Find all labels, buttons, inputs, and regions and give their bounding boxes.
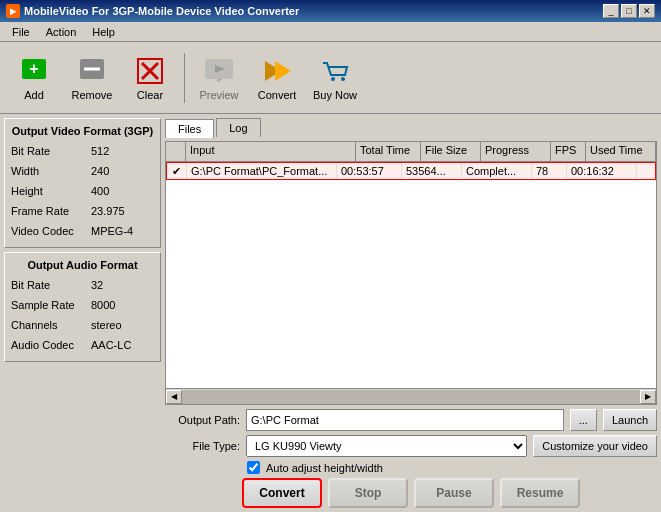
minimize-button[interactable]: _ xyxy=(603,4,619,18)
window-title: MobileVideo For 3GP-Mobile Device Video … xyxy=(24,5,299,17)
audio-bitrate-value: 32 xyxy=(91,279,154,291)
toolbar: + Add Remove Clear xyxy=(0,42,661,114)
video-codec-label: Video Codec xyxy=(11,225,91,237)
row-totaltime: 00:53:57 xyxy=(337,164,402,178)
convert-icon xyxy=(261,55,293,87)
maximize-button[interactable]: □ xyxy=(621,4,637,18)
add-icon: + xyxy=(18,55,50,87)
video-width-value: 240 xyxy=(91,165,154,177)
audio-channels-label: Channels xyxy=(11,319,91,331)
menu-help[interactable]: Help xyxy=(84,24,123,40)
output-path-label: Output Path: xyxy=(165,414,240,426)
action-buttons: Convert Stop Pause Resume xyxy=(165,478,657,508)
file-type-row: File Type: LG KU990 Viewty Customize you… xyxy=(165,435,657,457)
audio-format-panel: Output Audio Format Bit Rate 32 Sample R… xyxy=(4,252,161,362)
file-type-label: File Type: xyxy=(165,440,240,452)
audio-channels-row: Channels stereo xyxy=(9,315,156,335)
convert-button[interactable]: Convert xyxy=(242,478,322,508)
pause-button[interactable]: Pause xyxy=(414,478,494,508)
th-progress: Progress xyxy=(481,142,551,161)
th-filesize: File Size xyxy=(421,142,481,161)
remove-label: Remove xyxy=(72,89,113,101)
video-framerate-row: Frame Rate 23.975 xyxy=(9,201,156,221)
menu-action[interactable]: Action xyxy=(38,24,85,40)
resume-button[interactable]: Resume xyxy=(500,478,580,508)
horizontal-scrollbar[interactable]: ◀ ▶ xyxy=(166,388,656,404)
svg-marker-11 xyxy=(275,61,291,81)
audio-bitrate-label: Bit Rate xyxy=(11,279,91,291)
output-path-input[interactable] xyxy=(246,409,564,431)
convert-toolbar-label: Convert xyxy=(258,89,297,101)
menu-file[interactable]: File xyxy=(4,24,38,40)
svg-point-12 xyxy=(331,77,335,81)
audio-codec-value: AAC-LC xyxy=(91,339,154,351)
browse-button[interactable]: ... xyxy=(570,409,597,431)
table-body: ✔ G:\PC Format\PC_Format... 00:53:57 535… xyxy=(166,162,656,388)
row-fps: 78 xyxy=(532,164,567,178)
tabs-bar: Files Log xyxy=(165,118,657,137)
preview-button[interactable]: Preview xyxy=(191,48,247,108)
row-progress: Complet... xyxy=(462,164,532,178)
audio-bitrate-row: Bit Rate 32 xyxy=(9,275,156,295)
remove-button[interactable]: Remove xyxy=(64,48,120,108)
svg-line-9 xyxy=(217,79,221,81)
left-panel: Output Video Format (3GP) Bit Rate 512 W… xyxy=(4,118,161,508)
audio-samplerate-label: Sample Rate xyxy=(11,299,91,311)
video-height-value: 400 xyxy=(91,185,154,197)
bottom-controls: Output Path: ... Launch File Type: LG KU… xyxy=(165,409,657,508)
preview-icon xyxy=(203,55,235,87)
tab-files[interactable]: Files xyxy=(165,119,214,138)
video-bitrate-label: Bit Rate xyxy=(11,145,91,157)
remove-icon xyxy=(76,55,108,87)
right-panel: Files Log Input Total Time File Size Pro… xyxy=(165,118,657,508)
tab-log[interactable]: Log xyxy=(216,118,260,137)
video-framerate-label: Frame Rate xyxy=(11,205,91,217)
video-height-row: Height 400 xyxy=(9,181,156,201)
clear-icon xyxy=(134,55,166,87)
video-format-title: Output Video Format (3GP) xyxy=(9,125,156,137)
video-codec-value: MPEG-4 xyxy=(91,225,154,237)
preview-label: Preview xyxy=(199,89,238,101)
launch-button[interactable]: Launch xyxy=(603,409,657,431)
audio-samplerate-value: 8000 xyxy=(91,299,154,311)
menu-bar: File Action Help xyxy=(0,22,661,42)
buynow-button[interactable]: Buy Now xyxy=(307,48,363,108)
app-icon: ▶ xyxy=(6,4,20,18)
video-bitrate-value: 512 xyxy=(91,145,154,157)
add-label: Add xyxy=(24,89,44,101)
auto-adjust-row: Auto adjust height/width xyxy=(165,461,657,474)
buynow-icon xyxy=(319,55,351,87)
customize-button[interactable]: Customize your video xyxy=(533,435,657,457)
output-path-row: Output Path: ... Launch xyxy=(165,409,657,431)
scroll-right-button[interactable]: ▶ xyxy=(640,390,656,404)
video-height-label: Height xyxy=(11,185,91,197)
audio-samplerate-row: Sample Rate 8000 xyxy=(9,295,156,315)
window-controls: _ □ ✕ xyxy=(603,4,655,18)
toolbar-separator-1 xyxy=(184,53,185,103)
clear-label: Clear xyxy=(137,89,163,101)
clear-button[interactable]: Clear xyxy=(122,48,178,108)
title-bar: ▶ MobileVideo For 3GP-Mobile Device Vide… xyxy=(0,0,661,22)
table-header: Input Total Time File Size Progress FPS … xyxy=(166,142,656,162)
video-framerate-value: 23.975 xyxy=(91,205,154,217)
auto-adjust-checkbox[interactable] xyxy=(247,461,260,474)
file-type-select-wrapper: LG KU990 Viewty xyxy=(246,435,527,457)
file-type-select[interactable]: LG KU990 Viewty xyxy=(246,435,527,457)
th-totaltime: Total Time xyxy=(356,142,421,161)
main-content: Output Video Format (3GP) Bit Rate 512 W… xyxy=(0,114,661,512)
close-button[interactable]: ✕ xyxy=(639,4,655,18)
add-button[interactable]: + Add xyxy=(6,48,62,108)
scroll-left-button[interactable]: ◀ xyxy=(166,390,182,404)
table-row[interactable]: ✔ G:\PC Format\PC_Format... 00:53:57 535… xyxy=(166,162,656,180)
scroll-track[interactable] xyxy=(182,390,640,404)
th-usedtime: Used Time xyxy=(586,142,656,161)
th-check xyxy=(166,142,186,161)
svg-text:+: + xyxy=(29,60,38,77)
row-input: G:\PC Format\PC_Format... xyxy=(187,164,337,178)
video-bitrate-row: Bit Rate 512 xyxy=(9,141,156,161)
row-check[interactable]: ✔ xyxy=(167,164,187,179)
stop-button[interactable]: Stop xyxy=(328,478,408,508)
convert-toolbar-button[interactable]: Convert xyxy=(249,48,305,108)
row-usedtime: 00:16:32 xyxy=(567,164,637,178)
auto-adjust-label: Auto adjust height/width xyxy=(266,462,383,474)
